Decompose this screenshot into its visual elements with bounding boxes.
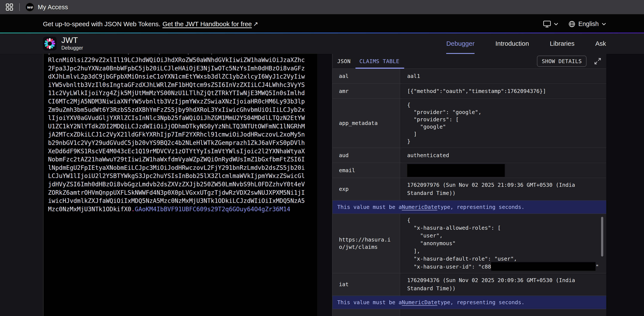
promo-banner: Get up-to-speed with JSON Web Tokens. Ge… — [0, 15, 644, 33]
site-header: JWT Debugger Debugger Introduction Libra… — [0, 33, 644, 54]
cell-scrollbar[interactable] — [601, 217, 603, 256]
claim-value: 1762094376 (Sun Nov 02 2025 20:09:36 GMT… — [400, 273, 606, 295]
nav-debugger[interactable]: Debugger — [446, 33, 474, 54]
claim-key: exp — [332, 178, 400, 200]
claim-value: authenticated — [400, 148, 606, 163]
active-tab-underline — [356, 68, 404, 69]
notice-text: This value must be a — [337, 299, 402, 305]
claim-key: aud — [332, 148, 400, 163]
claim-key: app_metadata — [332, 99, 400, 148]
notice-text: type, representing seconds. — [438, 204, 524, 210]
token-separator-dot: . — [131, 206, 135, 213]
claim-key: https://hasura.io/jwt/claims — [332, 214, 400, 273]
site-subtitle: Debugger — [61, 45, 83, 51]
expand-icon[interactable] — [594, 57, 602, 65]
tab-json[interactable]: JSON — [337, 58, 350, 64]
claim-value: [{"method":"oauth","timestamp":176209437… — [400, 84, 606, 99]
topbar-divider — [19, 3, 20, 11]
theme-selector[interactable] — [543, 21, 558, 28]
claim-value: { "provider": "google", "providers": [ "… — [400, 99, 606, 148]
chevron-down-icon — [554, 23, 558, 25]
nav-introduction[interactable]: Introduction — [495, 33, 529, 54]
table-row-email: email — [332, 163, 606, 178]
external-link-arrow-icon: ↗ — [253, 21, 258, 28]
token-signature-text: GAoKM4IbBVF91UBFC609s29T2q6GOuy64O4gZr36… — [135, 206, 290, 213]
claims-table: aal aal1 amr [{"method":"oauth","timesta… — [332, 69, 606, 316]
we-app-logo[interactable]: we — [26, 3, 34, 11]
token-clipped-line: yJhbGciOiJIUzI1NiIsImtpZCI6InBqV2d5eXFqc… — [48, 54, 313, 56]
claim-value — [400, 163, 606, 178]
numericdate-notice: This value must be a NumericDate type, r… — [332, 200, 606, 214]
jwt-logo-icon[interactable] — [43, 37, 57, 51]
table-row-iat: iat 1762094376 (Sun Nov 02 2025 20:09:36… — [332, 273, 606, 296]
table-row-aal: aal aal1 — [332, 69, 606, 84]
notice-text: type, representing seconds. — [438, 299, 524, 305]
numericdate-link[interactable]: NumericDate — [402, 204, 438, 210]
notice-text: This value must be a — [337, 204, 402, 210]
encoded-token-panel[interactable]: yJhbGciOiJIUzI1NiIsImtpZCI6InBqV2d5eXFqc… — [43, 54, 317, 316]
claim-value: 1762097976 (Sun Nov 02 2025 21:09:36 GMT… — [400, 178, 606, 200]
claims-tabbar: JSON CLAIMS TABLE SHOW DETAILS — [332, 54, 606, 69]
monitor-icon — [543, 21, 551, 28]
app-title: My Access — [38, 4, 68, 11]
language-selector[interactable]: English — [568, 21, 606, 28]
table-row-amr: amr [{"method":"oauth","timestamp":17620… — [332, 84, 606, 99]
claim-json-value: { "provider": "google", "providers": [ "… — [407, 99, 482, 148]
table-row-aud: aud authenticated — [332, 148, 606, 163]
token-payload-end: Mzc0NzMxMjU3NTk1ODkifX0 — [48, 206, 131, 213]
site-title: JWT — [61, 36, 83, 45]
table-row-exp: exp 1762097976 (Sun Nov 02 2025 21:09:36… — [332, 178, 606, 200]
decoded-claims-panel: JSON CLAIMS TABLE SHOW DETAILS aal — [332, 54, 606, 316]
nav-ask[interactable]: Ask — [595, 33, 606, 54]
claim-json-value: { "x-hasura-allowed-roles": [ "user", "a… — [407, 214, 599, 271]
table-row-clipped — [332, 309, 606, 316]
numericdate-notice: This value must be a NumericDate type, r… — [332, 296, 606, 309]
token-payload-text: RlcnMiOlsiZ29vZ2xlIl19LCJhdWQiOiJhdXRoZW… — [48, 57, 305, 204]
redaction-box — [491, 262, 596, 271]
table-row-hasura-claims: https://hasura.io/jwt/claims { "x-hasura… — [332, 214, 606, 273]
claim-key: iat — [332, 273, 400, 295]
tab-claims-table[interactable]: CLAIMS TABLE — [359, 58, 400, 64]
language-label: English — [578, 21, 599, 28]
main-area: yJhbGciOiJIUzI1NiIsImtpZCI6InBqV2d5eXFqc… — [0, 54, 644, 316]
main-nav: Debugger Introduction Libraries Ask — [446, 33, 606, 54]
nav-libraries[interactable]: Libraries — [550, 33, 574, 54]
claim-key: email — [332, 163, 400, 178]
numericdate-link[interactable]: NumericDate — [402, 299, 438, 305]
chevron-down-icon — [602, 23, 606, 25]
globe-icon — [568, 21, 575, 28]
app-launcher-icon[interactable] — [6, 3, 13, 11]
claim-key: aal — [332, 69, 400, 84]
claim-key: amr — [332, 84, 400, 99]
top-app-bar: we My Access — [0, 0, 644, 15]
jwt-handbook-link[interactable]: Get the JWT Handbook for free — [162, 21, 252, 28]
jwt-debugger-page: we My Access Get up-to-speed with JSON W… — [0, 0, 644, 316]
claim-value: aal1 — [400, 69, 606, 84]
show-details-button[interactable]: SHOW DETAILS — [537, 56, 586, 67]
panel-gap — [317, 54, 332, 316]
encoded-token-text[interactable]: RlcnMiOlsiZ29vZ2xlIl19LCJhdWQiOiJhdXRoZW… — [48, 56, 313, 213]
table-row-app-metadata: app_metadata { "provider": "google", "pr… — [332, 99, 606, 148]
banner-text: Get up-to-speed with JSON Web Tokens. — [43, 21, 160, 28]
claim-value[interactable]: { "x-hasura-allowed-roles": [ "user", "a… — [400, 214, 606, 273]
redaction-box — [407, 164, 505, 177]
